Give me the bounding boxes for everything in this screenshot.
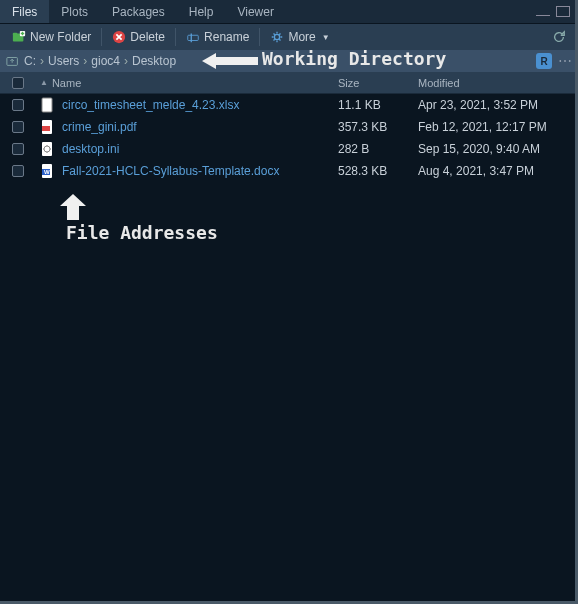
file-row[interactable]: crime_gini.pdf357.3 KBFeb 12, 2021, 12:1…	[0, 116, 578, 138]
maximize-icon[interactable]	[556, 6, 570, 17]
file-row[interactable]: WFall-2021-HCLC-Syllabus-Template.docx52…	[0, 160, 578, 182]
separator	[259, 28, 260, 46]
more-button[interactable]: More ▼	[264, 28, 335, 46]
breadcrumb-item[interactable]: gioc4	[91, 54, 120, 68]
tab-help[interactable]: Help	[177, 0, 226, 23]
refresh-icon	[552, 30, 566, 44]
chevron-down-icon: ▼	[322, 33, 330, 42]
new-folder-label: New Folder	[30, 30, 91, 44]
more-label: More	[288, 30, 315, 44]
tab-plots[interactable]: Plots	[49, 0, 100, 23]
file-link[interactable]: crime_gini.pdf	[62, 120, 137, 134]
more-options-icon[interactable]: ⋯	[558, 53, 572, 69]
file-list: circo_timesheet_melde_4.23.xlsx11.1 KBAp…	[0, 94, 578, 182]
file-size: 282 B	[338, 142, 418, 156]
xlsx-file-icon	[40, 97, 56, 113]
rename-button[interactable]: Rename	[180, 28, 255, 46]
file-link[interactable]: circo_timesheet_melde_4.23.xlsx	[62, 98, 239, 112]
file-modified: Feb 12, 2021, 12:17 PM	[418, 120, 578, 134]
breadcrumb: C: › Users › gioc4 › Desktop R ⋯	[0, 50, 578, 72]
file-row[interactable]: desktop.ini282 BSep 15, 2020, 9:40 AM	[0, 138, 578, 160]
file-size: 11.1 KB	[338, 98, 418, 112]
file-size: 357.3 KB	[338, 120, 418, 134]
file-modified: Apr 23, 2021, 3:52 PM	[418, 98, 578, 112]
tab-viewer[interactable]: Viewer	[225, 0, 285, 23]
delete-icon	[112, 30, 126, 44]
delete-label: Delete	[130, 30, 165, 44]
tab-bar: Files Plots Packages Help Viewer	[0, 0, 578, 24]
new-folder-button[interactable]: New Folder	[6, 28, 97, 46]
refresh-button[interactable]	[546, 28, 572, 46]
svg-rect-4	[188, 35, 199, 40]
file-name-cell: crime_gini.pdf	[36, 119, 338, 135]
delete-button[interactable]: Delete	[106, 28, 171, 46]
file-link[interactable]: Fall-2021-HCLC-Syllabus-Template.docx	[62, 164, 279, 178]
annotation-arrow	[56, 192, 90, 222]
file-row[interactable]: circo_timesheet_melde_4.23.xlsx11.1 KBAp…	[0, 94, 578, 116]
breadcrumb-root[interactable]: C:	[24, 54, 36, 68]
r-project-icon[interactable]: R	[536, 53, 552, 69]
svg-point-5	[275, 34, 280, 39]
file-name-cell: circo_timesheet_melde_4.23.xlsx	[36, 97, 338, 113]
docx-file-icon: W	[40, 163, 56, 179]
separator	[101, 28, 102, 46]
file-name-cell: WFall-2021-HCLC-Syllabus-Template.docx	[36, 163, 338, 179]
file-modified: Sep 15, 2020, 9:40 AM	[418, 142, 578, 156]
file-link[interactable]: desktop.ini	[62, 142, 119, 156]
breadcrumb-item[interactable]: Users	[48, 54, 79, 68]
chevron-right-icon: ›	[40, 54, 44, 68]
new-folder-icon	[12, 30, 26, 44]
row-checkbox[interactable]	[0, 143, 36, 155]
annotation-label: File Addresses	[66, 222, 218, 243]
column-header-modified[interactable]: Modified	[418, 77, 578, 89]
separator	[175, 28, 176, 46]
svg-rect-7	[42, 98, 52, 112]
file-modified: Aug 4, 2021, 3:47 PM	[418, 164, 578, 178]
chevron-right-icon: ›	[83, 54, 87, 68]
column-header-name[interactable]: ▲ Name	[36, 77, 338, 89]
tab-packages[interactable]: Packages	[100, 0, 177, 23]
row-checkbox[interactable]	[0, 165, 36, 177]
svg-text:W: W	[44, 169, 50, 175]
pdf-file-icon	[40, 119, 56, 135]
window-controls	[536, 0, 578, 23]
row-checkbox[interactable]	[0, 121, 36, 133]
row-checkbox[interactable]	[0, 99, 36, 111]
file-name-cell: desktop.ini	[36, 141, 338, 157]
svg-marker-17	[60, 194, 86, 220]
minimize-icon[interactable]	[536, 15, 550, 16]
toolbar: New Folder Delete Rename More ▼	[0, 24, 578, 50]
ini-file-icon	[40, 141, 56, 157]
select-all-checkbox[interactable]	[0, 77, 36, 89]
svg-rect-1	[13, 33, 17, 36]
rename-label: Rename	[204, 30, 249, 44]
folder-up-icon[interactable]	[6, 54, 20, 68]
chevron-right-icon: ›	[124, 54, 128, 68]
file-size: 528.3 KB	[338, 164, 418, 178]
rename-icon	[186, 30, 200, 44]
sort-ascending-icon: ▲	[40, 78, 48, 87]
gear-icon	[270, 30, 284, 44]
breadcrumb-item[interactable]: Desktop	[132, 54, 176, 68]
svg-rect-10	[42, 126, 50, 131]
tab-files[interactable]: Files	[0, 0, 49, 23]
column-header-row: ▲ Name Size Modified	[0, 72, 578, 94]
column-header-size[interactable]: Size	[338, 77, 418, 89]
